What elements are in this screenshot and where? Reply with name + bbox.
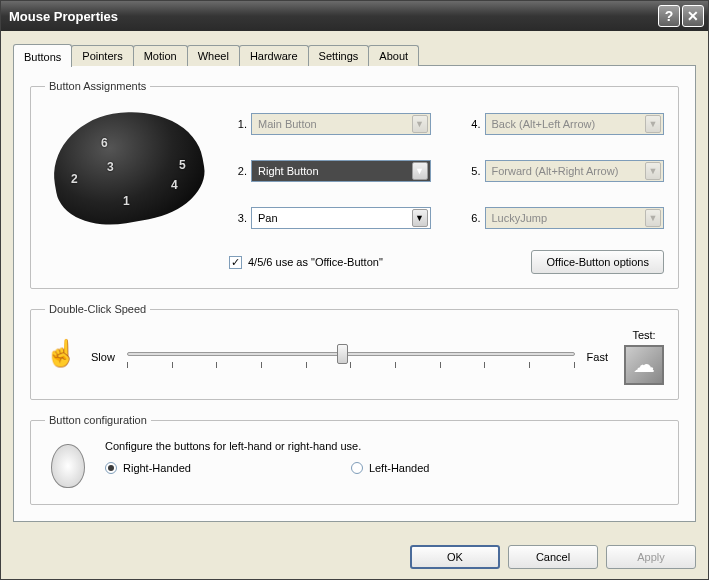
mouse-num-5: 5: [179, 158, 186, 172]
assign-num-2: 2.: [229, 165, 247, 177]
tab-settings[interactable]: Settings: [308, 45, 370, 66]
slow-label: Slow: [91, 351, 115, 363]
tab-panel-buttons: Button Assignments 1 2 3 4 5 6 1.: [13, 65, 696, 522]
office-button-checkbox[interactable]: ✓: [229, 256, 242, 269]
ok-button[interactable]: OK: [410, 545, 500, 569]
tab-about[interactable]: About: [368, 45, 419, 66]
assign-num-6: 6.: [463, 212, 481, 224]
chevron-down-icon: ▼: [645, 162, 661, 180]
tabstrip: Buttons Pointers Motion Wheel Hardware S…: [13, 43, 696, 66]
assign-num-1: 1.: [229, 118, 247, 130]
assign-combo-3[interactable]: Pan ▼: [251, 207, 431, 229]
test-label: Test:: [632, 329, 655, 341]
window-title: Mouse Properties: [9, 9, 658, 24]
chevron-down-icon: ▼: [645, 115, 661, 133]
assign-num-4: 4.: [463, 118, 481, 130]
assign-combo-5: Forward (Alt+Right Arrow) ▼: [485, 160, 665, 182]
legend-config: Button configuration: [45, 414, 151, 426]
assign-combo-1: Main Button ▼: [251, 113, 431, 135]
group-button-assignments: Button Assignments 1 2 3 4 5 6 1.: [30, 80, 679, 289]
tab-hardware[interactable]: Hardware: [239, 45, 309, 66]
config-description: Configure the buttons for left-hand or r…: [105, 440, 664, 452]
chevron-down-icon[interactable]: ▼: [412, 162, 428, 180]
chevron-down-icon: ▼: [645, 209, 661, 227]
office-button-options[interactable]: Office-Button options: [531, 250, 664, 274]
fast-label: Fast: [587, 351, 608, 363]
radio-left-handed[interactable]: Left-Handed: [351, 462, 430, 474]
mouse-properties-window: Mouse Properties ? ✕ Buttons Pointers Mo…: [0, 0, 709, 580]
help-button[interactable]: ?: [658, 5, 680, 27]
assign-num-5: 5.: [463, 165, 481, 177]
group-double-click: Double-Click Speed Slow F: [30, 303, 679, 400]
tab-pointers[interactable]: Pointers: [71, 45, 133, 66]
radio-icon: [105, 462, 117, 474]
client-area: Buttons Pointers Motion Wheel Hardware S…: [1, 31, 708, 535]
double-click-slider[interactable]: [127, 342, 575, 372]
radio-icon: [351, 462, 363, 474]
office-button-label: 4/5/6 use as "Office-Button": [248, 256, 383, 268]
slider-thumb[interactable]: [337, 344, 348, 364]
tab-buttons[interactable]: Buttons: [13, 44, 72, 67]
hand-click-icon: [45, 340, 75, 374]
legend-double-click: Double-Click Speed: [45, 303, 150, 315]
mouse-simple-icon: [45, 440, 89, 490]
titlebar: Mouse Properties ? ✕: [1, 1, 708, 31]
tab-wheel[interactable]: Wheel: [187, 45, 240, 66]
cancel-button[interactable]: Cancel: [508, 545, 598, 569]
radio-right-handed[interactable]: Right-Handed: [105, 462, 191, 474]
assign-num-3: 3.: [229, 212, 247, 224]
close-button[interactable]: ✕: [682, 5, 704, 27]
mouse-illustration: 1 2 3 4 5 6: [45, 106, 215, 236]
chevron-down-icon: ▼: [412, 115, 428, 133]
double-click-test-area[interactable]: ☁: [624, 345, 664, 385]
mouse-num-6: 6: [101, 136, 108, 150]
assign-combo-2[interactable]: Right Button ▼: [251, 160, 431, 182]
tab-motion[interactable]: Motion: [133, 45, 188, 66]
mouse-num-4: 4: [171, 178, 178, 192]
mouse-num-2: 2: [71, 172, 78, 186]
mouse-num-1: 1: [123, 194, 130, 208]
assign-combo-4: Back (Alt+Left Arrow) ▼: [485, 113, 665, 135]
dialog-button-row: OK Cancel Apply: [1, 535, 708, 579]
legend-assignments: Button Assignments: [45, 80, 150, 92]
assign-combo-6: LuckyJump ▼: [485, 207, 665, 229]
mouse-num-3: 3: [107, 160, 114, 174]
apply-button[interactable]: Apply: [606, 545, 696, 569]
group-button-config: Button configuration Configure the butto…: [30, 414, 679, 505]
chevron-down-icon[interactable]: ▼: [412, 209, 428, 227]
